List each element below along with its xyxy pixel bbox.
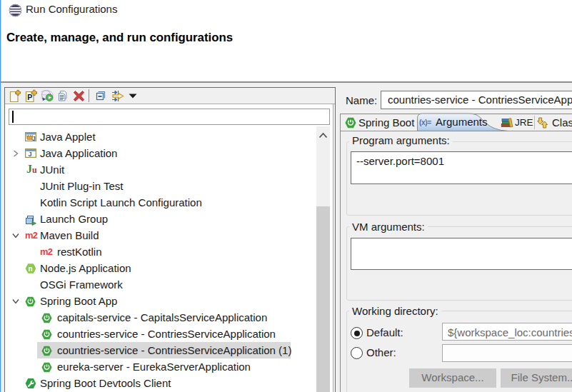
svg-text:J: J (32, 135, 36, 141)
svg-text:J: J (29, 151, 32, 158)
svg-text:n: n (29, 265, 33, 273)
